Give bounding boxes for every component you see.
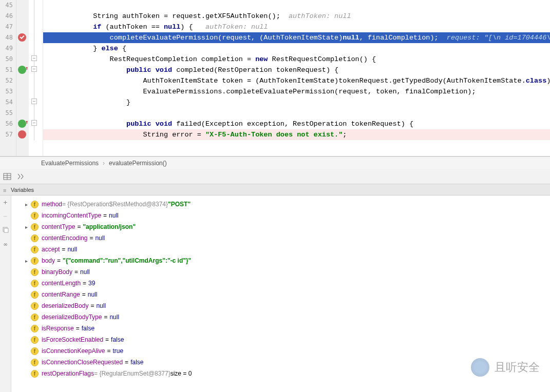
variable-value: "{"command":"run","utilCmdArgs":"-c id"}… <box>63 257 191 264</box>
code-text: String authToken = request.getXF5AuthTok… <box>43 12 289 20</box>
link-icon[interactable]: ∞ <box>4 241 7 248</box>
variable-name: restOperationFlags <box>42 370 94 377</box>
variables-panel-header[interactable]: Variables <box>0 184 550 195</box>
table-view-icon[interactable] <box>3 172 11 181</box>
variable-row[interactable]: ▸fmethod = {RestOperation$RestMethod@837… <box>11 199 550 210</box>
svg-rect-5 <box>4 228 8 232</box>
expand-toggle-icon[interactable]: ▸ <box>22 258 31 264</box>
line-number[interactable]: 50 <box>0 54 13 65</box>
breakpoint-method-icon[interactable] <box>18 120 26 128</box>
breakpoint-gutter[interactable] <box>16 0 29 156</box>
fold-gutter[interactable]: − − − − <box>29 0 43 156</box>
variable-row[interactable]: ▸fbody = "{"command":"run","utilCmdArgs"… <box>11 255 550 266</box>
breakpoint-method-icon[interactable] <box>18 66 26 74</box>
variable-name: contentLength <box>42 280 81 287</box>
variable-value: null <box>67 246 77 253</box>
panel-menu-icon[interactable] <box>3 187 8 192</box>
remove-watch-icon[interactable]: − <box>4 212 8 220</box>
variable-value: null <box>109 212 119 219</box>
line-number[interactable]: 51 <box>0 65 13 75</box>
line-number[interactable]: 56 <box>0 119 13 129</box>
debug-toolbar <box>0 169 550 184</box>
field-icon: f <box>31 201 39 208</box>
code-content[interactable]: String authToken = request.getXF5AuthTok… <box>43 0 550 156</box>
line-number[interactable]: 46 <box>0 11 13 22</box>
variable-value: size = 0 <box>170 370 192 377</box>
variable-name: deserializedBodyType <box>42 313 102 321</box>
variable-value: null <box>96 302 106 309</box>
variable-row[interactable]: fcontentEncoding = null <box>11 232 550 244</box>
breakpoint-conditional-icon[interactable] <box>18 33 26 42</box>
inline-hint: authToken: null <box>205 23 268 31</box>
variables-tree[interactable]: ▸fmethod = {RestOperation$RestMethod@837… <box>11 195 550 392</box>
watermark-logo-icon <box>471 358 489 377</box>
variable-name: body <box>42 257 55 264</box>
evaluate-expression-icon[interactable] <box>16 172 25 181</box>
field-icon: f <box>31 246 39 253</box>
variable-name: isConnectionKeepAlive <box>42 347 105 355</box>
breadcrumb-method[interactable]: evaluatePermission() <box>109 160 167 167</box>
fold-toggle-icon[interactable]: − <box>31 66 37 72</box>
variable-name: binaryBody <box>42 268 72 276</box>
variable-type: = {RegularEnumSet@8377} <box>94 370 170 377</box>
variable-name: incomingContentType <box>42 212 101 219</box>
variable-row[interactable]: fisConnectionCloseRequested = false <box>11 357 550 368</box>
variable-name: isForceSocketEnabled <box>42 336 103 343</box>
field-icon: f <box>31 313 39 321</box>
fold-toggle-icon[interactable]: − <box>31 120 37 126</box>
expand-toggle-icon[interactable]: ▸ <box>22 224 31 230</box>
breakpoint-icon[interactable] <box>18 130 26 139</box>
variable-row[interactable]: fisResponse = false <box>11 323 550 334</box>
variable-row[interactable]: fcontentRange = null <box>11 289 550 300</box>
variable-name: isResponse <box>42 325 74 332</box>
field-icon: f <box>31 234 39 242</box>
variable-row[interactable]: fincomingContentType = null <box>11 210 550 221</box>
line-number[interactable]: 55 <box>0 108 13 119</box>
variable-name: accept <box>42 246 60 253</box>
breadcrumb-class[interactable]: EvaluatePermissions <box>41 160 99 167</box>
variable-row[interactable]: fisForceSocketEnabled = false <box>11 334 550 345</box>
variable-row[interactable]: fdeserializedBodyType = null <box>11 311 550 323</box>
current-execution-line: completeEvaluatePermission(request, (Aut… <box>43 32 550 43</box>
field-icon: f <box>31 370 39 378</box>
variable-row[interactable]: ▸fcontentType = "application/json" <box>11 221 550 232</box>
inline-hint: request: "[\n id=1704446\n <box>447 34 550 42</box>
field-icon: f <box>31 291 39 299</box>
expand-toggle-icon[interactable]: ▸ <box>22 202 31 207</box>
field-icon: f <box>31 347 39 355</box>
breadcrumb: EvaluatePermissions › evaluatePermission… <box>0 156 550 169</box>
line-number[interactable]: 53 <box>0 86 13 97</box>
line-number[interactable]: 57 <box>0 129 13 140</box>
field-icon: f <box>31 336 39 344</box>
line-number[interactable]: 45 <box>0 0 13 11</box>
variable-value: false <box>82 325 94 332</box>
variable-type: = {RestOperation$RestMethod@8374} <box>62 201 168 208</box>
line-number[interactable]: 47 <box>0 22 13 32</box>
variables-panel-title: Variables <box>11 187 34 193</box>
variable-row[interactable]: fbinaryBody = null <box>11 266 550 278</box>
line-number[interactable]: 49 <box>0 43 13 54</box>
variable-row[interactable]: faccept = null <box>11 244 550 255</box>
line-number[interactable]: 48 <box>0 32 13 43</box>
copy-icon[interactable] <box>2 226 9 235</box>
fold-toggle-icon[interactable]: − <box>31 55 37 61</box>
variable-value: false <box>130 359 143 366</box>
line-number-gutter: 45 46 47 48 49 50 51 52 53 54 55 56 57 <box>0 0 16 156</box>
variable-value: null <box>88 291 98 298</box>
watermark-text: 且听安全 <box>495 360 540 375</box>
variable-name: contentRange <box>42 291 80 298</box>
field-icon: f <box>31 257 39 265</box>
variable-value: null <box>80 268 90 276</box>
add-watch-icon[interactable]: + <box>4 199 8 206</box>
variable-row[interactable]: fisConnectionKeepAlive = true <box>11 345 550 357</box>
field-icon: f <box>31 302 39 310</box>
fold-toggle-icon[interactable]: − <box>31 99 37 104</box>
variables-panel: + − ∞ ▸fmethod = {RestOperation$RestMeth… <box>0 195 550 392</box>
inline-hint: authToken: null <box>289 12 351 20</box>
variable-value: 39 <box>88 280 95 287</box>
variable-row[interactable]: fdeserializedBody = null <box>11 300 550 311</box>
line-number[interactable]: 54 <box>0 97 13 108</box>
variable-row[interactable]: frestOperationFlags = {RegularEnumSet@83… <box>11 368 550 379</box>
variable-row[interactable]: fcontentLength = 39 <box>11 278 550 289</box>
line-number[interactable]: 52 <box>0 75 13 86</box>
